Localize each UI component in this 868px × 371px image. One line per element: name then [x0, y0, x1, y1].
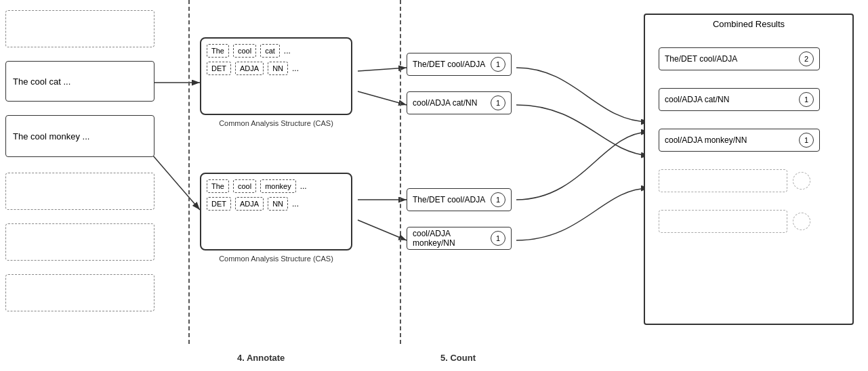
- cas-cat-pos-nn: NN: [268, 62, 288, 75]
- cas-monkey-token-cool: cool: [233, 179, 256, 193]
- cas-monkey-token-the: The: [207, 179, 229, 193]
- cas-cat-token-ellipsis: ...: [284, 46, 291, 56]
- comb-placeholder-2: [659, 210, 787, 233]
- cas-cat-box: The cool cat ... DET ADJA NN ... Common …: [200, 37, 352, 115]
- cas-monkey-pos-nn: NN: [268, 197, 288, 211]
- ngram-cat-2-text: cool/ADJA cat/NN: [413, 98, 487, 108]
- comb-result-3-text: cool/ADJA monkey/NN: [665, 135, 795, 145]
- comb-result-2-text: cool/ADJA cat/NN: [665, 95, 795, 104]
- comb-placeholder-1-circle: [793, 172, 810, 190]
- ngram-monkey-2: cool/ADJA monkey/NN 1: [407, 227, 512, 250]
- cas-cat-pos-det: DET: [207, 62, 231, 75]
- cas-cat-pos-ellipsis: ...: [292, 64, 299, 73]
- divider-2: [400, 0, 401, 344]
- input-monkey-box: The cool monkey ...: [5, 115, 154, 157]
- cas-cat-pos: DET ADJA NN ...: [207, 62, 346, 75]
- comb-placeholder-2-circle: [793, 213, 810, 230]
- cas-monkey-pos-det: DET: [207, 197, 231, 211]
- cas-cat-token-cool: cool: [233, 44, 256, 58]
- input-placeholder-1: [5, 10, 154, 47]
- comb-result-1-text: The/DET cool/ADJA: [665, 54, 795, 64]
- input-placeholder-4: [5, 274, 154, 311]
- comb-result-3: cool/ADJA monkey/NN 1: [659, 129, 820, 152]
- input-placeholder-3: [5, 223, 154, 261]
- results-panel: Combined Results The/DET cool/ADJA 2 coo…: [644, 14, 854, 325]
- comb-result-1: The/DET cool/ADJA 2: [659, 47, 820, 70]
- cas-cat-token-cat: cat: [260, 44, 280, 58]
- ngram-cat-2-count: 1: [491, 95, 505, 110]
- input-cat-box: The cool cat ...: [5, 61, 154, 102]
- count-label: 5. Count: [440, 353, 476, 363]
- cas-monkey-tokens: The cool monkey ...: [207, 179, 346, 193]
- cas-cat-tokens: The cool cat ...: [207, 44, 346, 58]
- cas-monkey-token-monkey: monkey: [260, 179, 296, 193]
- ngram-monkey-1: The/DET cool/ADJA 1: [407, 188, 512, 211]
- ngram-cat-1-count: 1: [491, 57, 505, 72]
- ngram-cat-2: cool/ADJA cat/NN 1: [407, 91, 512, 114]
- diagram: The cool cat ... The cool monkey ... The…: [0, 0, 868, 371]
- comb-result-2: cool/ADJA cat/NN 1: [659, 88, 820, 111]
- input-monkey-text: The cool monkey ...: [13, 131, 89, 141]
- cas-monkey-box: The cool monkey ... DET ADJA NN ... Comm…: [200, 173, 352, 250]
- divider-1: [188, 0, 190, 344]
- cas-monkey-pos: DET ADJA NN ...: [207, 197, 346, 211]
- annotate-label: 4. Annotate: [237, 353, 285, 363]
- input-cat-text: The cool cat ...: [13, 77, 70, 87]
- comb-result-1-count: 2: [799, 51, 814, 66]
- ngram-cat-1-text: The/DET cool/ADJA: [413, 60, 487, 69]
- cas-monkey-pos-ellipsis: ...: [292, 199, 299, 209]
- cas-monkey-pos-adja: ADJA: [235, 197, 264, 211]
- cas-cat-token-the: The: [207, 44, 229, 58]
- results-title: Combined Results: [645, 15, 852, 32]
- cas-cat-pos-adja: ADJA: [235, 62, 264, 75]
- cas-cat-label: Common Analysis Structure (CAS): [201, 119, 351, 127]
- input-placeholder-2: [5, 173, 154, 210]
- comb-result-2-count: 1: [799, 92, 814, 107]
- ngram-monkey-1-count: 1: [491, 192, 505, 207]
- comb-placeholder-1: [659, 169, 787, 192]
- cas-monkey-label: Common Analysis Structure (CAS): [201, 255, 351, 263]
- cas-monkey-token-ellipsis: ...: [300, 181, 307, 191]
- ngram-cat-1: The/DET cool/ADJA 1: [407, 53, 512, 76]
- comb-result-3-count: 1: [799, 133, 814, 148]
- ngram-monkey-1-text: The/DET cool/ADJA: [413, 195, 487, 204]
- ngram-monkey-2-text: cool/ADJA monkey/NN: [413, 229, 487, 248]
- ngram-monkey-2-count: 1: [491, 231, 505, 246]
